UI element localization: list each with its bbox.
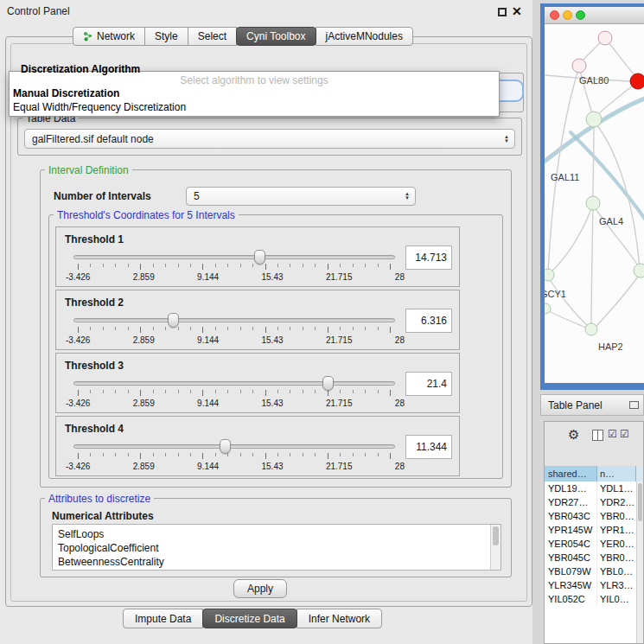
list-item[interactable]: SelfLoops: [58, 527, 501, 541]
tab-cyni-toolbox[interactable]: Cyni Toolbox: [236, 27, 316, 46]
network-node[interactable]: [586, 112, 602, 127]
node-label[interactable]: HAP2: [598, 341, 623, 352]
slider-thumb[interactable]: [220, 439, 231, 454]
select-none-checkbox-icon[interactable]: ☑: [620, 428, 629, 440]
slider-thumb[interactable]: [168, 313, 179, 328]
float-window-icon[interactable]: [629, 401, 639, 409]
network-canvas[interactable]: GAL80 GAL11 GAL4 GCY1 HAP2: [545, 24, 644, 383]
table-cell[interactable]: YBR0…: [597, 551, 635, 564]
network-node[interactable]: [630, 73, 644, 89]
table-cell[interactable]: YLR3…: [597, 578, 635, 592]
table-row[interactable]: YDR27…YDR2…: [545, 495, 636, 509]
threshold-slider[interactable]: -3.4262.8599.14415.4321.71528: [73, 312, 395, 348]
table-cell[interactable]: YBR0…: [597, 509, 635, 523]
tab-style[interactable]: Style: [144, 27, 188, 46]
table-row[interactable]: YBR043CYBR0…: [545, 509, 636, 523]
control-panel-titlebar: Control Panel ✕: [0, 0, 538, 22]
stepper-icon[interactable]: ▲ ▼: [405, 192, 410, 201]
scale-label: 28: [395, 335, 405, 345]
table-cell[interactable]: YBR043C: [545, 509, 597, 523]
table-cell[interactable]: YBL079W: [545, 564, 597, 578]
apply-button[interactable]: Apply: [233, 579, 287, 598]
table-cell[interactable]: YBR045C: [545, 551, 597, 564]
column-header-spacer: [636, 466, 643, 481]
node-label[interactable]: GAL80: [579, 75, 609, 86]
numerical-attributes-list[interactable]: SelfLoopsTopologicalCoefficientBetweenne…: [52, 524, 501, 571]
table-cell[interactable]: YDL1…: [597, 481, 635, 495]
tab-infer-network[interactable]: Infer Network: [296, 609, 382, 628]
list-item[interactable]: BetweennessCentrality: [58, 555, 501, 569]
tab-jactivemnodules[interactable]: jActiveMNodules: [316, 27, 413, 46]
table-row[interactable]: YDL19…YDL1…: [545, 481, 636, 495]
table-cell[interactable]: YDL19…: [545, 481, 597, 495]
tab-network[interactable]: Network: [73, 27, 145, 46]
tab-label: Network: [97, 30, 135, 42]
threshold-slider[interactable]: -3.4262.8599.14415.4321.71528: [73, 438, 395, 475]
table-row[interactable]: YER054CYER0…: [545, 537, 636, 551]
column-header-name[interactable]: n…: [597, 466, 636, 481]
zoom-button[interactable]: [576, 10, 585, 20]
threshold-value-field[interactable]: 6.316: [405, 309, 452, 333]
gear-icon[interactable]: ⚙: [568, 427, 579, 443]
tab-discretize-data[interactable]: Discretize Data: [202, 609, 296, 628]
table-row[interactable]: YPR145WYPR1…: [545, 523, 636, 537]
network-window-titlebar[interactable]: [545, 7, 644, 24]
columns-icon[interactable]: [592, 430, 603, 441]
network-node[interactable]: [598, 31, 612, 45]
tab-label: Cyni Toolbox: [246, 30, 305, 42]
threshold-slider[interactable]: -3.4262.8599.14415.4321.71528: [73, 249, 395, 285]
table-cell[interactable]: YIL0…: [597, 592, 635, 606]
table-cell[interactable]: YDR2…: [597, 495, 635, 509]
table-scrollbar[interactable]: [636, 481, 643, 643]
table-row[interactable]: YLR345WYLR3…: [545, 578, 636, 592]
number-of-intervals-combobox[interactable]: 5 ▲ ▼: [186, 187, 416, 206]
slider-thumb[interactable]: [254, 250, 265, 265]
select-all-checkbox-icon[interactable]: ☑: [608, 428, 617, 440]
threshold-value-field[interactable]: 21.4: [405, 372, 452, 396]
node-label[interactable]: GCY1: [545, 289, 566, 299]
node-label[interactable]: GAL4: [599, 216, 623, 226]
column-header-shared-name[interactable]: shared…: [545, 466, 597, 481]
list-scrollbar[interactable]: [490, 525, 501, 570]
table-cell[interactable]: YIL052C: [545, 592, 597, 606]
network-node[interactable]: [572, 59, 586, 73]
table-cell[interactable]: YER054C: [545, 537, 597, 551]
slider-track[interactable]: [73, 318, 395, 322]
slider-thumb[interactable]: [322, 376, 334, 391]
table-row[interactable]: YBR045CYBR0…: [545, 551, 636, 564]
threshold-slider[interactable]: -3.4262.8599.14415.4321.71528: [73, 375, 395, 411]
float-icon[interactable]: [498, 8, 507, 16]
list-item[interactable]: TopologicalCoefficient: [58, 541, 501, 555]
table-cell[interactable]: YPR145W: [545, 523, 597, 537]
slider-track[interactable]: [73, 381, 395, 386]
close-button[interactable]: [550, 10, 559, 20]
table-cell[interactable]: YLR345W: [545, 578, 597, 592]
network-node[interactable]: [634, 264, 644, 277]
scrollbar-thumb[interactable]: [493, 526, 499, 545]
stepper-icon[interactable]: ▲ ▼: [504, 135, 509, 143]
network-node[interactable]: [545, 269, 554, 281]
node-label[interactable]: GAL11: [551, 172, 579, 182]
scrollbar-thumb[interactable]: [638, 483, 642, 521]
dropdown-item-equal-width-frequency[interactable]: Equal Width/Frequency Discretization: [10, 100, 499, 114]
slider-track[interactable]: [73, 444, 395, 449]
slider-track[interactable]: [73, 255, 395, 259]
tab-select[interactable]: Select: [188, 27, 237, 46]
table-cell[interactable]: YBL0…: [597, 564, 635, 578]
tab-impute-data[interactable]: Impute Data: [123, 609, 203, 628]
network-node[interactable]: [545, 303, 551, 314]
minimize-button[interactable]: [563, 10, 572, 20]
network-node[interactable]: [586, 196, 600, 210]
table-row[interactable]: YIL052CYIL0…: [545, 592, 636, 606]
threshold-value-field[interactable]: 14.713: [405, 245, 452, 270]
table-row[interactable]: YBL079WYBL0…: [545, 564, 636, 578]
threshold-value-field[interactable]: 11.344: [405, 435, 452, 459]
scale-label: -3.426: [66, 462, 90, 471]
dropdown-item-manual-discretization[interactable]: Manual Discretization: [10, 86, 499, 100]
network-node[interactable]: [585, 323, 597, 335]
table-data-combobox[interactable]: galFiltered.sif default node ▲ ▼: [24, 129, 515, 149]
table-cell[interactable]: YER0…: [597, 537, 635, 551]
table-cell[interactable]: YPR1…: [597, 523, 635, 537]
close-icon[interactable]: ✕: [512, 4, 522, 18]
table-cell[interactable]: YDR27…: [545, 495, 597, 509]
